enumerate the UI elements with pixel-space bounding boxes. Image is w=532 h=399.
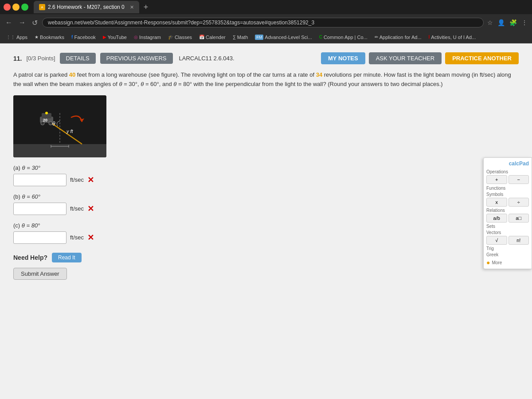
instagram-icon: ◎ — [134, 35, 138, 39]
details-button[interactable]: DETAILS — [60, 53, 96, 64]
error-x-a: ✕ — [87, 175, 94, 185]
svg-text:20: 20 — [43, 118, 47, 122]
bookmark-bookmarks[interactable]: ★ Bookmarks — [32, 34, 67, 41]
bookmark-application-label: Application for Ad... — [379, 35, 422, 40]
calcpad-frac-button[interactable]: a/b — [486, 214, 507, 223]
calcpad-operations-label: Operations — [486, 169, 529, 174]
answer-row-c: ft/sec ✕ — [13, 231, 519, 244]
unit-label-b: ft/sec — [70, 205, 84, 212]
unit-label-a: ft/sec — [70, 176, 84, 183]
bookmark-common-app[interactable]: C Common App | Co... — [317, 34, 370, 41]
right-buttons: MY NOTES ASK YOUR TEACHER PRACTICE ANOTH… — [321, 52, 519, 64]
calcpad-plus2-button[interactable]: ÷ — [509, 198, 529, 207]
answer-input-c[interactable] — [13, 231, 66, 244]
theta-a: θ = 30° — [22, 164, 41, 171]
calcpad-relations-label: Relations — [486, 208, 529, 213]
calcpad-x-button[interactable]: x — [486, 198, 507, 207]
answer-input-b[interactable] — [13, 203, 66, 215]
svg-point-9 — [45, 112, 48, 114]
new-tab-button[interactable]: + — [141, 3, 151, 12]
calcpad-plus-button[interactable]: + — [486, 175, 507, 184]
classes-icon: 🎓 — [168, 35, 173, 39]
calcpad-nfact-button[interactable]: n! — [509, 236, 529, 245]
minimize-window-button[interactable] — [12, 4, 20, 11]
theta-c: θ = 80° — [22, 222, 40, 229]
calcpad-symbols-label: Symbols — [486, 192, 529, 197]
calcpad-title-start: calc — [509, 160, 519, 167]
toolbar-icons: ☆ 👤 🧩 ⋮ — [486, 18, 528, 27]
practice-another-button[interactable]: PRACTICE ANOTHER — [445, 52, 519, 64]
part-c-label: (c) θ = 80° — [13, 222, 519, 229]
answer-row-b: ft/sec ✕ — [13, 203, 519, 215]
bookmark-instagram-label: Instagram — [139, 35, 161, 40]
answer-section-c: (c) θ = 80° ft/sec ✕ — [13, 222, 519, 244]
need-help-row: Need Help? Read It — [13, 253, 519, 262]
calcpad-minus-button[interactable]: − — [509, 175, 529, 184]
part-a-label: (a) θ = 30° — [13, 164, 519, 171]
calcpad-title-end: Pad — [519, 160, 529, 167]
question-header: 11. [0/3 Points] DETAILS PREVIOUS ANSWER… — [13, 52, 519, 64]
bookmark-apps-label: Apps — [16, 35, 27, 40]
apps-icon: ⋮⋮ — [6, 35, 15, 39]
error-x-b: ✕ — [87, 204, 94, 214]
bookmark-math-label: Math — [237, 35, 248, 40]
address-bar-input[interactable] — [42, 18, 484, 27]
part-b-label: (b) θ = 60° — [13, 193, 519, 200]
window-controls — [4, 4, 28, 11]
tab-title: 2.6 Homework - M207, section 0 — [48, 4, 125, 10]
bookmark-advanced-label: Advanced-Level Sci... — [265, 35, 312, 40]
bookmark-classes[interactable]: 🎓 Classes — [165, 34, 195, 41]
bookmarks-bar: ⋮⋮ Apps ★ Bookmarks f Facebook ▶ YouTube… — [0, 31, 532, 43]
forward-button[interactable]: → — [17, 18, 27, 27]
bookmark-activities-label: Activities, U of I Ad... — [431, 35, 476, 40]
bookmark-common-app-label: Common App | Co... — [324, 35, 368, 40]
application-icon: ✏ — [375, 35, 378, 39]
advanced-icon: FM — [255, 35, 263, 40]
calcpad-more-label: More — [492, 260, 502, 265]
bookmark-youtube[interactable]: ▶ YouTube — [100, 34, 129, 41]
my-notes-button[interactable]: MY NOTES — [321, 52, 365, 64]
bookmark-math[interactable]: ∑ Math — [230, 34, 251, 41]
bookmark-application[interactable]: ✏ Application for Ad... — [372, 34, 424, 41]
bookmark-activities[interactable]: I Activities, U of I Ad... — [426, 34, 479, 41]
bookmark-apps[interactable]: ⋮⋮ Apps — [4, 34, 30, 41]
maximize-window-button[interactable] — [21, 4, 28, 11]
bookmark-calender[interactable]: 📅 Calender — [196, 34, 228, 41]
calcpad-greek-label: Greek — [486, 252, 529, 257]
bookmark-star-button[interactable]: ☆ — [486, 18, 494, 27]
assignment-code: LARCALC11 2.6.043. — [179, 55, 235, 62]
tab-close-button[interactable]: ✕ — [130, 4, 134, 10]
close-window-button[interactable] — [4, 4, 11, 11]
math-icon: ∑ — [233, 35, 236, 39]
ask-teacher-button[interactable]: ASK YOUR TEACHER — [369, 52, 442, 64]
previous-answers-button[interactable]: PREVIOUS ANSWERS — [100, 53, 173, 64]
calcpad-superscript-button[interactable]: a□ — [509, 214, 529, 223]
calcpad-functions-label: Functions — [486, 186, 529, 191]
figure-container: θ y ft 20 — [13, 95, 106, 157]
profile-button[interactable]: 👤 — [497, 18, 506, 27]
answer-input-a[interactable] — [13, 174, 66, 186]
extension-button[interactable]: 🧩 — [509, 18, 518, 27]
browser-chrome: A 2.6 Homework - M207, section 0 ✕ + ← →… — [0, 0, 532, 43]
content-area: 11. [0/3 Points] DETAILS PREVIOUS ANSWER… — [0, 43, 532, 399]
active-tab[interactable]: A 2.6 Homework - M207, section 0 ✕ — [34, 1, 139, 13]
more-options-button[interactable]: ⋮ — [520, 18, 528, 27]
bookmark-instagram[interactable]: ◎ Instagram — [131, 34, 164, 41]
question-points: [0/3 Points] — [26, 55, 55, 62]
read-it-button[interactable]: Read It — [52, 253, 82, 262]
calcpad-sqrt-button[interactable]: √ — [486, 236, 507, 245]
refresh-button[interactable]: ↺ — [30, 18, 39, 28]
submit-answer-button[interactable]: Submit Answer — [13, 268, 67, 280]
calcpad-title: calcPad — [486, 160, 529, 167]
bookmark-calender-label: Calender — [206, 35, 226, 40]
address-bar-row: ← → ↺ ☆ 👤 🧩 ⋮ — [0, 14, 532, 31]
calcpad-vectors-grid: √ n! — [486, 236, 529, 245]
bookmark-bookmarks-label: Bookmarks — [40, 35, 64, 40]
bookmark-facebook[interactable]: f Facebook — [69, 34, 98, 41]
bookmark-facebook-label: Facebook — [74, 35, 95, 40]
answer-section-b: (b) θ = 60° ft/sec ✕ — [13, 193, 519, 215]
bookmark-advanced[interactable]: FM Advanced-Level Sci... — [252, 34, 314, 41]
calender-icon: 📅 — [199, 35, 204, 39]
back-button[interactable]: ← — [4, 18, 14, 27]
youtube-icon: ▶ — [103, 35, 106, 39]
